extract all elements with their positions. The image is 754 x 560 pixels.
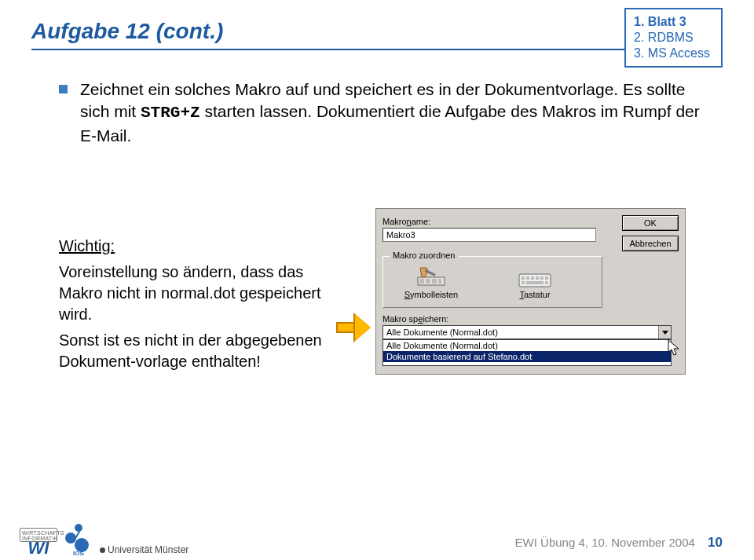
svg-rect-16 bbox=[545, 281, 548, 284]
svg-rect-15 bbox=[526, 281, 544, 284]
legend-item-1: 1. Blatt 3 bbox=[634, 14, 710, 30]
svg-rect-9 bbox=[526, 276, 529, 280]
note-p1: Voreinstellung so ändern, dass das Makro… bbox=[59, 262, 330, 325]
wi-logo-top: WIRTSCHAFTS bbox=[22, 530, 55, 536]
ios-logo: IOS bbox=[65, 524, 92, 555]
wi-logo: WIRTSCHAFTS INFORMATIK WI bbox=[20, 528, 57, 555]
note-p2: Sonst ist es nicht in der abgegebenen Do… bbox=[59, 330, 330, 372]
svg-rect-14 bbox=[522, 281, 525, 284]
page-number: 10 bbox=[708, 535, 723, 550]
svg-rect-2 bbox=[426, 279, 430, 284]
orange-arrow-icon bbox=[336, 316, 372, 339]
logos: WIRTSCHAFTS INFORMATIK WI IOS Universitä… bbox=[20, 524, 188, 555]
keyboard-option[interactable]: Tastatur bbox=[500, 266, 570, 299]
ios-text: IOS bbox=[65, 550, 92, 557]
assign-group: Symbolleisten Tastatur bbox=[382, 256, 602, 308]
list-option-2[interactable]: Dokumente basierend auf Stefano.dot bbox=[383, 351, 671, 362]
legend-item-2: 2. RDBMS bbox=[634, 30, 710, 46]
title-rule bbox=[31, 49, 723, 50]
svg-rect-13 bbox=[545, 276, 548, 280]
ok-button[interactable]: OK bbox=[622, 215, 679, 231]
save-in-listbox[interactable]: Alle Dokumente (Normal.dot) Dokumente ba… bbox=[382, 339, 672, 366]
keyboard-label-rest: astatur bbox=[524, 290, 551, 299]
note-heading: Wichtig: bbox=[59, 236, 330, 257]
cancel-button[interactable]: Abbrechen bbox=[622, 236, 679, 251]
bullet-content: Zeichnet ein solches Makro auf und speic… bbox=[80, 79, 707, 147]
wi-logo-big: WI bbox=[20, 541, 57, 555]
svg-rect-3 bbox=[432, 279, 437, 284]
chevron-down-icon bbox=[662, 331, 668, 335]
bullet-code: STRG+Z bbox=[141, 104, 200, 122]
svg-rect-1 bbox=[419, 279, 424, 284]
macro-dialog: Makroname: Makro3 OK Abbrechen Symbollei… bbox=[375, 208, 686, 375]
cursor-icon bbox=[668, 339, 682, 361]
save-in-combo[interactable]: Alle Dokumente (Normal.dot) bbox=[382, 325, 672, 339]
makroname-label: Makroname: bbox=[382, 217, 602, 226]
footer: EWI Übung 4, 10. November 2004 10 bbox=[515, 535, 723, 551]
svg-marker-17 bbox=[668, 340, 679, 355]
uni-logo: Universität Münster bbox=[100, 544, 188, 555]
legend-box: 1. Blatt 3 2. RDBMS 3. MS Access bbox=[624, 8, 723, 68]
toolbar-option[interactable]: Symbolleisten bbox=[396, 266, 467, 299]
page-title: Aufgabe 12 (cont.) bbox=[31, 19, 723, 44]
combo-drop-icon[interactable] bbox=[658, 326, 671, 339]
important-note: Wichtig: Voreinstellung so ändern, dass … bbox=[59, 236, 330, 372]
svg-rect-11 bbox=[536, 276, 539, 280]
list-option-1[interactable]: Alle Dokumente (Normal.dot) bbox=[383, 340, 671, 351]
bullet-icon bbox=[59, 85, 68, 93]
svg-rect-12 bbox=[540, 276, 544, 280]
svg-rect-4 bbox=[438, 279, 441, 284]
combo-value: Alle Dokumente (Normal.dot) bbox=[383, 328, 658, 337]
uni-text: Universität Münster bbox=[108, 544, 188, 555]
legend-item-3: 3. MS Access bbox=[634, 46, 710, 61]
footer-text: EWI Übung 4, 10. November 2004 bbox=[515, 536, 695, 549]
svg-rect-10 bbox=[531, 276, 534, 280]
body-text: Zeichnet ein solches Makro auf und speic… bbox=[59, 79, 707, 147]
svg-rect-8 bbox=[522, 276, 525, 280]
makroname-input[interactable]: Makro3 bbox=[382, 228, 596, 242]
speichern-label: Makro speichern: bbox=[382, 314, 679, 324]
toolbar-label-rest: ymbolleisten bbox=[410, 290, 458, 299]
svg-rect-7 bbox=[519, 274, 551, 287]
